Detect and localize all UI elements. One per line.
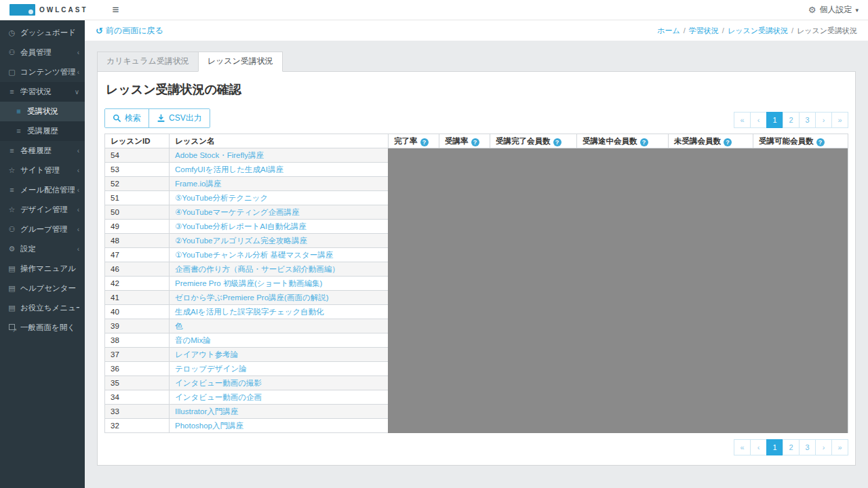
back-to-previous-link[interactable]: ↺ 前の画面に戻る [96,25,163,37]
gauge-icon: ◷ [7,23,17,43]
lesson-link[interactable]: ①YouTubeチャンネル分析 基礎マスター講座 [175,251,333,259]
page-button-2[interactable]: 2 [783,112,800,128]
page-nav-button[interactable]: » [831,112,848,128]
page-button-3[interactable]: 3 [799,112,816,128]
owlcast-logo[interactable]: OWLCAST [9,4,88,16]
sidebar-item-learning-status[interactable]: ≡学習状況∨ [0,82,85,102]
pagination-top: «‹123›» [734,112,848,128]
sidebar-item-members[interactable]: ⚇会員管理‹ [0,43,85,62]
help-icon[interactable]: ? [553,138,561,146]
sidebar-item-operation-manual[interactable]: ▤操作マニュアル [0,259,85,279]
column-header-label: 完了率 [394,137,418,145]
lesson-link[interactable]: Premiere Pro 初級講座(ショート動画編集) [175,279,322,287]
breadcrumb-link[interactable]: 学習状況 [689,26,719,36]
book-icon: ▤ [7,279,17,298]
lesson-link[interactable]: ③YouTube分析レポートAI自動化講座 [175,222,307,230]
lesson-link[interactable]: Adobe Stock・Firefly講座 [175,151,264,159]
column-header-label: 受講率 [445,137,469,145]
sidebar-item-various-history[interactable]: ≡各種履歴‹ [0,141,85,161]
lesson-link[interactable]: ⑤YouTube分析テクニック [175,194,268,202]
page-button-3[interactable]: 3 [799,439,816,455]
sidebar-item-attendance-history[interactable]: ≡受講履歴 [0,121,85,141]
page-button-2[interactable]: 2 [783,439,800,455]
page-nav-button[interactable]: ‹ [750,439,767,455]
lesson-link[interactable]: Illustrator入門講座 [175,407,238,415]
breadcrumb-link[interactable]: ホーム [657,26,680,36]
lesson-link[interactable]: インタビュー動画の撮影 [175,379,262,387]
hamburger-menu-icon[interactable]: ≡ [113,4,119,16]
lesson-link[interactable]: ComfyUIを活用した生成AI講座 [175,165,283,174]
personal-settings-label: 個人設定 [819,4,852,16]
content-area: カリキュラム受講状況レッスン受講状況 レッスン受講状況の確認 検索 [85,41,868,466]
lesson-link[interactable]: Photoshop入門講座 [175,422,243,430]
sidebar-item-label: サイト管理 [20,161,76,180]
sidebar-item-design-management[interactable]: ☆デザイン管理‹ [0,200,85,220]
back-link-label: 前の画面に戻る [106,25,163,37]
tab-curriculum-status[interactable]: カリキュラム受講状況 [97,52,198,72]
lesson-name-cell: Photoshop入門講座 [170,419,389,433]
sidebar-item-useful-menu[interactable]: ▤お役立ちメニュー [0,298,85,318]
lesson-link[interactable]: ゼロから学ぶPremiere Pro講座(画面の解説) [175,293,329,302]
sidebar-item-settings[interactable]: ⚙設定‹ [0,239,85,259]
column-header-label: 未受講会員数 [674,137,721,145]
page-nav-button[interactable]: › [815,112,832,128]
help-icon[interactable]: ? [640,138,648,146]
lesson-name-cell: ①YouTubeチャンネル分析 基礎マスター講座 [170,248,389,262]
lesson-name-cell: Frame.io講座 [170,177,389,191]
chevron-left-icon: ‹ [77,62,79,82]
column-header: 受講途中会員数? [577,134,669,148]
column-header: レッスンID [105,134,170,148]
help-icon[interactable]: ? [471,138,479,146]
box-icon: ▢ [7,62,17,82]
user-icon: ⚇ [7,43,17,62]
external-link-icon [7,318,17,338]
page-nav-button[interactable]: ‹ [750,112,767,128]
lesson-link[interactable]: レイアウト参考論 [175,350,238,359]
help-icon[interactable]: ? [816,138,825,146]
page-button-1[interactable]: 1 [766,439,783,455]
lesson-name-cell: 生成AIを活用した誤字脱字チェック自動化 [170,305,389,319]
page-nav-button[interactable]: › [815,439,832,455]
tab-lesson-status[interactable]: レッスン受講状況 [198,52,283,72]
lesson-link[interactable]: 企画書の作り方（商品・サービス紹介動画編） [175,265,340,273]
lesson-link[interactable]: Frame.io講座 [175,180,221,188]
lesson-link[interactable]: 音のMix論 [175,336,211,344]
personal-settings-menu[interactable]: ⚙ 個人設定 ▾ [808,4,859,16]
lesson-link[interactable]: テロップデザイン論 [175,365,247,373]
lesson-id-cell: 46 [105,262,170,277]
sidebar-item-label: 操作マニュアル [20,259,79,279]
page-nav-button[interactable]: » [831,439,848,455]
lesson-id-cell: 50 [105,205,170,220]
sidebar-item-open-public-site[interactable]: 一般画面を開く [0,318,85,338]
lesson-id-cell: 38 [105,333,170,348]
page-button-1[interactable]: 1 [766,112,783,128]
lesson-link[interactable]: 色 [175,322,183,330]
sidebar-item-mail-delivery[interactable]: ≡メール配信管理‹ [0,180,85,200]
lesson-link[interactable]: ④YouTubeマーケティング企画講座 [175,208,300,216]
sidebar-item-help-center[interactable]: ▤ヘルプセンター [0,279,85,298]
help-icon[interactable]: ? [420,138,429,146]
lesson-link[interactable]: 生成AIを活用した誤字脱字チェック自動化 [175,308,324,316]
lesson-id-cell: 40 [105,305,170,319]
chevron-left-icon: ‹ [77,161,79,180]
search-button[interactable]: 検索 [105,109,149,127]
sub-header: ↺ 前の画面に戻る ホーム/学習状況/レッスン受講状況/レッスン受講状況 [85,20,868,41]
lesson-link[interactable]: ②YouTubeアルゴリズム完全攻略講座 [175,237,307,245]
sidebar-item-group-management[interactable]: ⚇グループ管理‹ [0,220,85,239]
sidebar-item-attendance-status[interactable]: ≡受講状況 [0,102,85,121]
sidebar-item-site-management[interactable]: ☆サイト管理‹ [0,161,85,180]
breadcrumb-current: レッスン受講状況 [797,26,857,36]
lesson-id-cell: 51 [105,191,170,205]
column-header: 受講率? [439,134,490,148]
csv-export-button[interactable]: CSV出力 [149,109,210,127]
lesson-name-cell: インタビュー動画の企画 [170,390,389,405]
gear-icon: ⚙ [7,239,17,259]
sidebar-item-contents[interactable]: ▢コンテンツ管理‹ [0,62,85,82]
help-icon[interactable]: ? [724,138,732,146]
column-header-label: 受講途中会員数 [583,137,637,145]
page-nav-button[interactable]: « [734,112,751,128]
sidebar-item-dashboard[interactable]: ◷ダッシュボード [0,23,85,43]
page-nav-button[interactable]: « [734,439,751,455]
lesson-link[interactable]: インタビュー動画の企画 [175,393,262,401]
breadcrumb-link[interactable]: レッスン受講状況 [728,26,788,36]
